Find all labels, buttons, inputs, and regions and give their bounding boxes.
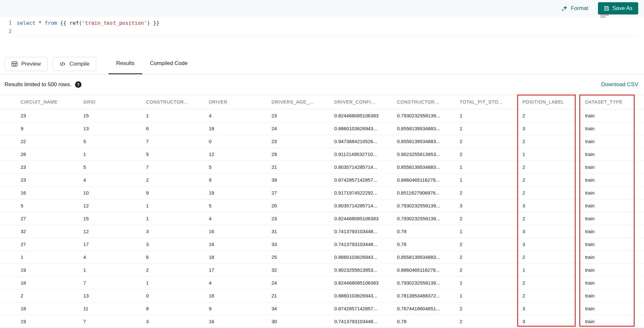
table-cell: 25 <box>268 254 330 260</box>
table-cell: 1 <box>142 203 205 208</box>
save-as-button[interactable]: Save As <box>598 2 638 14</box>
table-row: 231514230.8244680851063830.7930232558139… <box>0 109 644 122</box>
table-cell: 0.8511627906976... <box>393 190 456 196</box>
table-cell: 0.78 <box>393 241 456 247</box>
table-cell: 6 <box>142 126 205 131</box>
table-cell: 7 <box>80 319 142 324</box>
sql-token-plain: ) }} <box>147 20 160 26</box>
table-cell: 0.7930232558139... <box>393 216 456 221</box>
table-cell: train <box>581 319 644 324</box>
table-cell: 2 <box>518 113 581 118</box>
table-cell: 17 <box>205 267 268 273</box>
tab-compiled-code[interactable]: Compiled Code <box>142 53 195 74</box>
table-cell: 1 <box>142 113 205 118</box>
table-cell: 9 <box>142 190 205 196</box>
table-cell: 19 <box>205 190 268 196</box>
table-cell: 24 <box>268 280 330 286</box>
table-cell: 0.8860103626943... <box>330 254 393 260</box>
column-header-drivers-age: DRIVERS_AGE_... <box>268 99 330 105</box>
table-row: 281512290.9112149532710...0.902325581395… <box>0 148 644 161</box>
table-cell: 4 <box>205 216 268 221</box>
column-header-total-pit-sto: TOTAL_PIT_STO... <box>456 99 519 105</box>
table-cell: 0.8558139534883... <box>393 139 456 144</box>
table-cell: 0.8558139534883... <box>393 164 456 170</box>
table-cell: 12 <box>205 151 268 157</box>
table-cell: 13 <box>80 293 142 298</box>
table-cell: 0.7930232558139... <box>393 113 456 118</box>
table-cell: 23 <box>268 216 330 221</box>
table-cell: 0.7674418604651... <box>393 306 456 311</box>
table-cell: 2 <box>518 139 581 144</box>
table-cell: train <box>581 177 644 183</box>
results-limit-text: Results limited to 500 rows. <box>5 81 71 88</box>
table-cell: train <box>581 229 644 234</box>
table-cell: 24 <box>268 126 330 131</box>
sql-editor[interactable]: 1 select * from {{ ref('train_test_posit… <box>0 17 644 53</box>
table-cell: 0.8742857142857... <box>330 177 393 183</box>
table-cell: 0.8860103626943... <box>330 126 393 131</box>
table-cell: 5 <box>80 139 142 144</box>
table-cell: 0.7413793103448... <box>330 319 393 324</box>
table-cell: 0.7930232558139... <box>393 280 456 286</box>
table-cell: 17 <box>80 241 142 247</box>
table-cell: 15 <box>80 113 142 118</box>
table-cell: 18 <box>205 293 268 298</box>
top-toolbar: Format Save As <box>0 0 644 17</box>
sparkles-icon <box>562 5 568 12</box>
download-csv-link[interactable]: Download CSV <box>601 81 639 88</box>
compile-button[interactable]: Compile <box>52 57 96 71</box>
table-cell: 4 <box>80 254 142 260</box>
editor-line-2[interactable]: 2 <box>0 27 644 36</box>
table-cell: 0.824468085106383 <box>330 280 393 286</box>
table-cell: 3 <box>142 229 205 234</box>
results-info-bar: Results limited to 500 rows. ? Download … <box>0 75 644 95</box>
table-cell: 2 <box>456 151 519 157</box>
help-icon[interactable]: ? <box>75 81 81 88</box>
table-cell: 27 <box>268 190 330 196</box>
table-cell: train <box>581 267 644 273</box>
sql-token-plain: * <box>35 20 45 26</box>
table-cell: 2 <box>456 216 519 221</box>
table-cell: 7 <box>142 139 205 144</box>
table-cell: 18 <box>17 306 80 311</box>
table-cell: 2 <box>518 177 581 183</box>
table-cell: 5 <box>205 203 268 208</box>
table-cell: 2 <box>142 267 205 273</box>
column-header-driver-confi: DRIVER_CONFI... <box>330 99 393 105</box>
preview-button[interactable]: Preview <box>5 57 47 71</box>
sql-token-string: 'train_test_position' <box>82 20 147 26</box>
table-cell: train <box>581 203 644 208</box>
table-cell: 2 <box>518 293 581 298</box>
table-cell: 1 <box>80 151 142 157</box>
column-header-constructor: CONSTRUCTOR... <box>142 99 205 105</box>
editor-line-1[interactable]: 1 select * from {{ ref('train_test_posit… <box>0 19 644 27</box>
table-cell: 23 <box>17 177 80 183</box>
table-cell: 30 <box>268 319 330 324</box>
table-cell: 0.8035714285714... <box>330 164 393 170</box>
table-cell: train <box>581 126 644 131</box>
table-cell: 1 <box>456 280 519 286</box>
table-cell: train <box>581 190 644 196</box>
table-cell: 18 <box>205 126 268 131</box>
table-cell: 0.7413793103448... <box>330 229 393 234</box>
tab-results[interactable]: Results <box>109 53 142 74</box>
table-cell: 0.78 <box>393 319 456 324</box>
table-cell: 2 <box>518 164 581 170</box>
table-cell: 3 <box>518 203 581 208</box>
results-tabs: Results Compiled Code <box>109 53 195 74</box>
table-cell: 0.8558139534883... <box>393 254 456 260</box>
table-cell: 18 <box>17 280 80 286</box>
format-button[interactable]: Format <box>562 5 588 12</box>
column-header-grid: GRID <box>80 99 142 105</box>
table-cell: 5 <box>205 164 268 170</box>
line-number-2: 2 <box>0 27 17 36</box>
table-cell: 1 <box>456 113 519 118</box>
table-cell: 3 <box>456 203 519 208</box>
table-cell: 3 <box>518 229 581 234</box>
table-cell: 3 <box>518 306 581 311</box>
table-cell: 2 <box>17 293 80 298</box>
table-cell: train <box>581 306 644 311</box>
table-row: 213018210.8860103626943...0.781395348837… <box>0 289 644 302</box>
table-cell: 0.8860465116279... <box>393 267 456 273</box>
table-cell: train <box>581 241 644 247</box>
